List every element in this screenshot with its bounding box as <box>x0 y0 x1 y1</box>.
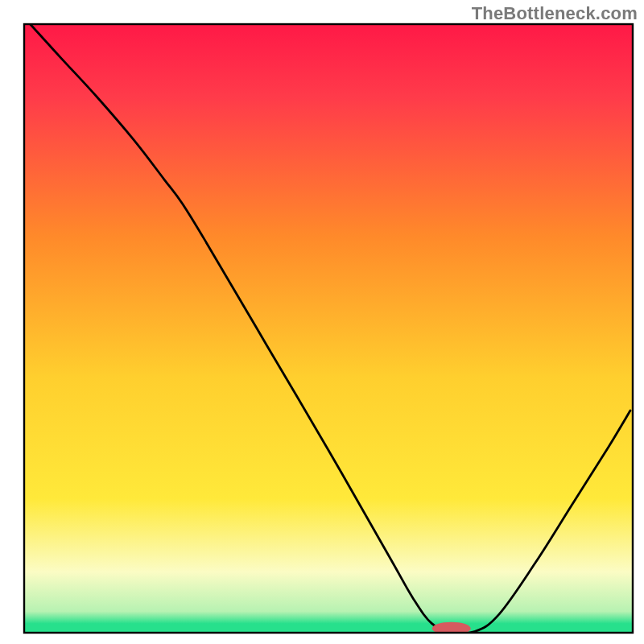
plot-background <box>24 24 633 633</box>
watermark-label: TheBottleneck.com <box>472 3 638 24</box>
chart-stage: TheBottleneck.com <box>0 0 644 644</box>
bottleneck-chart <box>0 0 644 644</box>
